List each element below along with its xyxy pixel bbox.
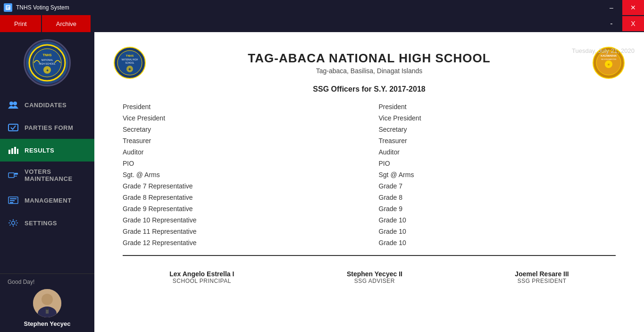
right-officer-row: Vice President — [379, 114, 616, 122]
right-officer-row: Treasurer — [379, 137, 616, 145]
svg-point-11 — [13, 102, 17, 105]
sidebar-item-parties[interactable]: PARTIES FORM — [0, 116, 94, 139]
window-minimize-button[interactable]: - — [601, 16, 622, 31]
svg-text:SCHOOL: SCHOOL — [125, 62, 134, 64]
officer-position-right: Sgt @ Arms — [379, 171, 473, 179]
settings-icon — [8, 218, 19, 228]
management-label: MANAGEMENT — [25, 197, 72, 204]
school-logo: TNHS NATIONAL HIGH SCHOOL ✦ — [24, 39, 71, 86]
svg-text:HIGH SCHOOL: HIGH SCHOOL — [39, 62, 55, 65]
username: Stephen Yecyec — [24, 320, 71, 327]
left-logo: TNHS NATIONAL HIGH SCHOOL ✦ — [113, 46, 146, 79]
candidates-label: CANDIDATES — [25, 102, 67, 109]
left-officer-row: Grade 10 Representative — [123, 216, 360, 224]
right-officer-row: Secretary — [379, 126, 616, 133]
svg-rect-15 — [14, 147, 16, 154]
officer-position-left: Secretary — [123, 126, 217, 133]
signature-block: Lex Angelo Estrella ISCHOOL PRINCIPAL — [169, 270, 234, 284]
signature-block: Joemel Resare IIISSG PRESIDENT — [515, 270, 569, 284]
archive-button[interactable]: Archive — [42, 15, 91, 32]
left-officer-row: Grade 7 Representative — [123, 182, 360, 190]
sidebar-logo: TNHS NATIONAL HIGH SCHOOL ✦ — [0, 32, 94, 94]
officer-position-right: President — [379, 103, 473, 111]
svg-text:NG EDUKASYON: NG EDUKASYON — [601, 58, 616, 60]
right-officer-row: President — [379, 103, 616, 111]
sidebar-footer: Good Day! Stephen Yecyec — [0, 273, 94, 332]
officer-position-left: Vice President — [123, 114, 217, 122]
user-info: Stephen Yecyec — [8, 289, 87, 327]
officer-position-right: Grade 7 — [379, 182, 473, 190]
right-officer-row: Grade 10 — [379, 239, 616, 247]
svg-text:✦: ✦ — [46, 68, 49, 73]
separator-line — [123, 255, 616, 256]
sidebar-item-voters[interactable]: VOTERS MAINTENANCE — [0, 162, 94, 189]
avatar — [33, 289, 61, 317]
left-officer-row: Grade 11 Representative — [123, 228, 360, 235]
sig-title: SCHOOL PRINCIPAL — [169, 278, 234, 284]
title-bar-left: TNHS Voting System — [0, 3, 69, 12]
svg-rect-22 — [10, 202, 13, 203]
window-close-button[interactable]: X — [622, 16, 644, 31]
minimize-button[interactable]: – — [601, 0, 622, 15]
svg-text:NATIONAL HIGH: NATIONAL HIGH — [122, 59, 138, 61]
svg-text:✦: ✦ — [128, 67, 132, 72]
officer-position-left: Grade 10 Representative — [123, 216, 217, 224]
sidebar-item-management[interactable]: MANAGEMENT — [0, 189, 94, 212]
signatures: Lex Angelo Estrella ISCHOOL PRINCIPALSte… — [113, 265, 625, 284]
officer-position-left: President — [123, 103, 217, 111]
right-officers-col: PresidentVice PresidentSecretaryTreasure… — [369, 103, 626, 250]
main-layout: TNHS NATIONAL HIGH SCHOOL ✦ — [0, 32, 644, 332]
svg-point-23 — [12, 221, 15, 225]
svg-rect-14 — [11, 148, 13, 154]
officer-position-left: Grade 7 Representative — [123, 182, 217, 190]
signature-block: Stephen Yecyec IISSG ADVISER — [347, 270, 402, 284]
sig-name: Stephen Yecyec II — [347, 270, 402, 278]
officer-position-right: Vice President — [379, 114, 473, 122]
officer-position-right: Grade 10 — [379, 239, 473, 247]
svg-point-25 — [42, 294, 53, 305]
logo-inner: TNHS NATIONAL HIGH SCHOOL ✦ — [26, 42, 68, 84]
parties-label: PARTIES FORM — [25, 124, 73, 131]
left-officer-row: Vice President — [123, 114, 360, 122]
sidebar-item-settings[interactable]: SETTINGS — [0, 212, 94, 234]
clock-time: 08:05:12 PM — [553, 32, 635, 47]
management-icon — [8, 196, 19, 205]
left-officer-row: Sgt. @ Arms — [123, 171, 360, 179]
svg-rect-2 — [7, 8, 8, 9]
sidebar: TNHS NATIONAL HIGH SCHOOL ✦ — [0, 32, 94, 332]
officer-position-right: Grade 10 — [379, 228, 473, 235]
doc-title-center: TAG-ABACA NATIONAL HIGH SCHOOL Tag-abaca… — [156, 51, 583, 75]
svg-rect-13 — [8, 150, 10, 154]
svg-text:TNHS: TNHS — [42, 53, 51, 57]
sidebar-item-candidates[interactable]: CANDIDATES — [0, 94, 94, 116]
officer-position-left: PIO — [123, 160, 217, 167]
doc-header: TNHS NATIONAL HIGH SCHOOL ✦ TAG-ABACA NA… — [113, 46, 625, 79]
close-button[interactable]: ✕ — [622, 0, 644, 15]
doc-subtitle: SSG Officers for S.Y. 2017-2018 — [113, 85, 625, 94]
left-officers-col: PresidentVice PresidentSecretaryTreasure… — [113, 103, 369, 250]
sig-name: Lex Angelo Estrella I — [169, 270, 234, 278]
parties-icon — [8, 123, 19, 132]
officer-position-right: PIO — [379, 160, 473, 167]
right-officer-row: Grade 9 — [379, 205, 616, 213]
document: TNHS NATIONAL HIGH SCHOOL ✦ TAG-ABACA NA… — [94, 32, 644, 332]
officer-position-left: Grade 11 Representative — [123, 228, 217, 235]
school-address: Tag-abaca, Basilisa, Dinagat Islands — [156, 67, 583, 75]
officer-position-right: Auditor — [379, 148, 473, 156]
svg-rect-1 — [7, 6, 9, 7]
school-name: TAG-ABACA NATIONAL HIGH SCHOOL — [156, 51, 583, 66]
app-title: TNHS Voting System — [16, 4, 69, 11]
right-officer-row: Auditor — [379, 148, 616, 156]
svg-text:NATIONAL: NATIONAL — [42, 59, 53, 61]
right-officer-row: Grade 10 — [379, 228, 616, 235]
right-officer-row: Grade 7 — [379, 182, 616, 190]
clock-area: 08:05:12 PM Tuesday, July 21, 2020 — [553, 32, 635, 54]
right-officer-row: Sgt @ Arms — [379, 171, 616, 179]
print-button[interactable]: Print — [0, 15, 41, 32]
svg-rect-21 — [10, 200, 15, 201]
right-officer-row: PIO — [379, 160, 616, 167]
officer-position-right: Secretary — [379, 126, 473, 133]
sidebar-item-results[interactable]: RESULTS — [0, 139, 94, 162]
right-officer-row: Grade 8 — [379, 194, 616, 201]
sig-title: SSG ADVISER — [347, 278, 402, 284]
